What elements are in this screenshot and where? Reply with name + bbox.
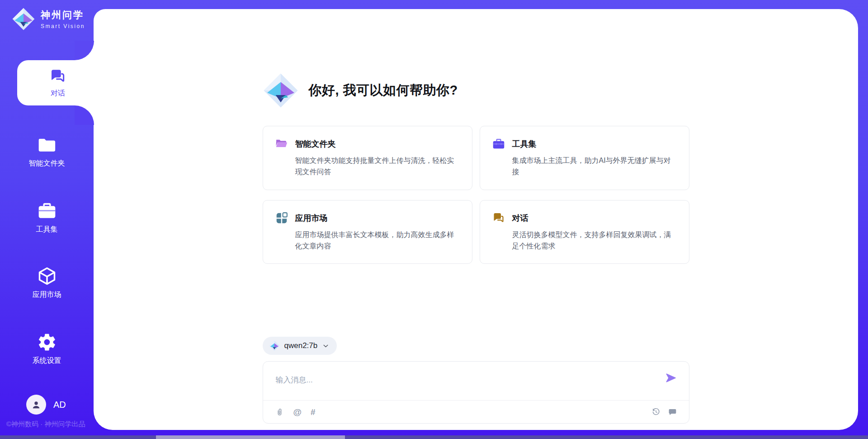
card-title: 工具集 xyxy=(512,138,537,149)
grid-icon xyxy=(275,211,288,225)
sidebar-item-label: 应用市场 xyxy=(33,290,61,300)
message-composer: @ # xyxy=(263,361,689,424)
model-selector[interactable]: qwen2:7b xyxy=(263,337,337,355)
hash-icon[interactable]: # xyxy=(311,408,316,416)
chat-bubbles-icon xyxy=(492,211,505,225)
card-description: 集成市场上主流工具，助力AI与外界无缝扩展与对接 xyxy=(512,155,677,178)
user-account[interactable]: AD xyxy=(26,395,66,415)
card-chat[interactable]: 对话 灵活切换多模型文件，支持多样回复效果调试，满足个性化需求 xyxy=(480,200,689,264)
feature-cards: 智能文件夹 智能文件夹功能支持批量文件上传与清洗，轻松实现文件问答 工具集 集成… xyxy=(263,126,689,264)
sidebar: 神州问学 Smart Vision 对话 智能文件夹 工具集 应用市场 系统设置 xyxy=(0,0,94,439)
card-description: 智能文件夹功能支持批量文件上传与清洗，轻松实现文件问答 xyxy=(295,155,460,178)
chat-bubble-icon[interactable] xyxy=(668,407,677,417)
sidebar-item-app-market[interactable]: 应用市场 xyxy=(0,266,94,300)
sidebar-item-label: 工具集 xyxy=(36,225,58,234)
send-icon[interactable] xyxy=(665,372,677,384)
composer-toolbar: @ # xyxy=(263,400,689,423)
sidebar-item-label: 系统设置 xyxy=(33,356,61,366)
person-icon xyxy=(33,401,40,408)
card-title: 智能文件夹 xyxy=(295,138,336,149)
open-folder-icon xyxy=(275,137,288,151)
copyright-footer: ©神州数码 · 神州问学出品 xyxy=(6,420,85,429)
tab-flare-bottom xyxy=(75,105,94,125)
toolbox-icon xyxy=(492,137,505,151)
cube-icon xyxy=(37,266,57,286)
card-description: 灵活切换多模型文件，支持多样回复效果调试，满足个性化需求 xyxy=(512,229,677,252)
greeting-logo-diamond-icon xyxy=(263,72,299,109)
chevron-down-icon xyxy=(322,342,330,350)
card-title: 对话 xyxy=(512,213,528,224)
card-title: 应用市场 xyxy=(295,213,328,224)
at-sign-icon[interactable]: @ xyxy=(293,408,302,416)
model-diamond-icon xyxy=(269,340,280,351)
briefcase-icon xyxy=(37,201,57,221)
tab-flare-top xyxy=(75,41,94,60)
horizontal-scrollbar[interactable] xyxy=(0,435,868,439)
sidebar-item-smart-folder[interactable]: 智能文件夹 xyxy=(0,135,94,168)
main-content: 你好, 我可以如何帮助你? 智能文件夹 智能文件夹功能支持批量文件上传与清洗，轻… xyxy=(94,9,858,430)
sidebar-item-settings[interactable]: 系统设置 xyxy=(0,332,94,366)
sidebar-item-chat[interactable]: 对话 xyxy=(17,60,99,105)
brand: 神州问学 Smart Vision xyxy=(12,7,85,31)
card-app-market[interactable]: 应用市场 应用市场提供丰富长文本模板，助力高效生成多样化文章内容 xyxy=(263,200,472,264)
message-input[interactable] xyxy=(275,371,657,390)
card-toolset[interactable]: 工具集 集成市场上主流工具，助力AI与外界无缝扩展与对接 xyxy=(480,126,689,190)
history-icon[interactable] xyxy=(651,407,660,416)
card-smart-folder[interactable]: 智能文件夹 智能文件夹功能支持批量文件上传与清洗，轻松实现文件问答 xyxy=(263,126,472,190)
app-title: 神州问学 xyxy=(41,9,85,21)
gear-icon xyxy=(37,332,57,352)
paperclip-icon[interactable] xyxy=(275,407,284,417)
sidebar-item-label: 对话 xyxy=(51,89,65,98)
card-description: 应用市场提供丰富长文本模板，助力高效生成多样化文章内容 xyxy=(295,229,460,252)
sidebar-item-label: 智能文件夹 xyxy=(29,159,65,168)
model-name: qwen2:7b xyxy=(284,341,318,350)
app-logo-diamond-icon xyxy=(12,7,35,31)
chat-bubbles-icon xyxy=(49,67,67,86)
sidebar-item-toolset[interactable]: 工具集 xyxy=(0,201,94,234)
scrollbar-thumb[interactable] xyxy=(156,435,345,439)
greeting-block: 你好, 我可以如何帮助你? xyxy=(263,72,689,109)
greeting-title: 你好, 我可以如何帮助你? xyxy=(309,81,458,100)
app-subtitle: Smart Vision xyxy=(41,23,85,29)
avatar xyxy=(26,395,46,415)
folder-icon xyxy=(37,135,57,155)
user-name: AD xyxy=(53,400,66,410)
